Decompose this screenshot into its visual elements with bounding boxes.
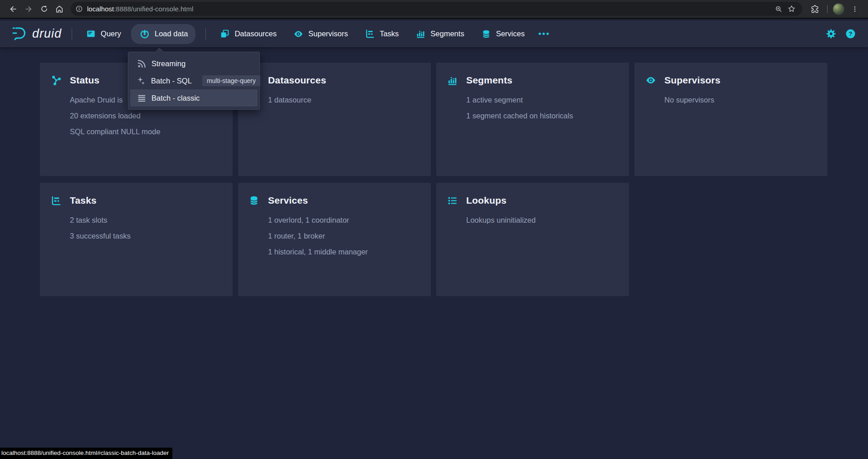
tasks-gantt-icon	[51, 195, 62, 206]
browser-menu-icon[interactable]	[847, 1, 863, 17]
reload-icon[interactable]	[36, 1, 52, 17]
druid-header: druid Query Load data Datasources Superv…	[0, 20, 868, 47]
card-line: 1 router, 1 broker	[268, 228, 420, 244]
load-data-menu: Streaming Batch - SQL multi-stage-query …	[128, 52, 260, 110]
card-line: 2 task slots	[70, 212, 222, 228]
nav-divider	[72, 28, 72, 40]
help-icon[interactable]: ?	[844, 28, 856, 40]
card-title: Status	[70, 75, 99, 86]
lookups-properties-icon	[447, 195, 458, 206]
druid-logo[interactable]: druid	[12, 25, 62, 43]
link-preview-statusbar: localhost:8888/unified-console.html#clas…	[0, 448, 172, 459]
nav-divider	[205, 28, 206, 40]
tab-datasources[interactable]: Datasources	[213, 24, 283, 44]
address-bar[interactable]: localhost:8888/unified-console.html	[71, 2, 802, 16]
link-preview-text: localhost:8888/unified-console.html#clas…	[1, 449, 169, 456]
tab-segments[interactable]: Segments	[409, 24, 470, 44]
tasks-gantt-icon	[364, 28, 375, 40]
tasks-card[interactable]: Tasks 2 task slots 3 successful tasks	[40, 183, 233, 296]
bookmark-star-icon[interactable]	[785, 3, 798, 15]
card-line: 20 extensions loaded	[70, 108, 222, 124]
tab-tasks-label: Tasks	[380, 29, 399, 38]
menu-item-label: Streaming	[151, 59, 185, 68]
lookups-card[interactable]: Lookups Lookups uninitialized	[436, 183, 629, 296]
datasources-card[interactable]: Datasources 1 datasource	[238, 63, 431, 176]
segments-card[interactable]: Segments 1 active segment 1 segment cach…	[436, 63, 629, 176]
menu-item-batch-classic[interactable]: Batch - classic	[130, 89, 258, 107]
svg-text:?: ?	[848, 30, 852, 37]
menu-item-batch-sql[interactable]: Batch - SQL multi-stage-query	[130, 72, 258, 89]
supervisors-card[interactable]: Supervisors No supervisors	[634, 63, 827, 176]
card-title: Segments	[466, 75, 512, 86]
menu-item-label: Batch - classic	[151, 94, 200, 103]
services-card[interactable]: Services 1 overlord, 1 coordinator 1 rou…	[238, 183, 431, 296]
tab-services-label: Services	[496, 29, 525, 38]
site-info-icon[interactable]	[73, 4, 84, 15]
card-title: Supervisors	[664, 75, 721, 86]
menu-item-label: Batch - SQL	[151, 77, 192, 85]
menu-item-streaming[interactable]: Streaming	[130, 55, 258, 72]
card-line: 1 overlord, 1 coordinator	[268, 212, 420, 228]
druid-logo-icon	[12, 25, 28, 43]
services-database-icon	[249, 195, 260, 206]
tab-load-data-label: Load data	[155, 29, 188, 38]
card-title: Datasources	[268, 75, 326, 86]
card-title: Lookups	[466, 195, 507, 206]
browser-toolbar: localhost:8888/unified-console.html	[0, 0, 868, 19]
toolbar-divider	[827, 5, 828, 13]
extensions-icon[interactable]	[807, 1, 822, 17]
card-line: Lookups uninitialized	[466, 212, 618, 228]
tab-datasources-label: Datasources	[234, 29, 277, 38]
forward-icon[interactable]	[21, 1, 36, 17]
card-line: No supervisors	[664, 92, 816, 108]
profile-avatar[interactable]	[833, 3, 844, 15]
services-database-icon	[480, 28, 492, 40]
tab-query-label: Query	[101, 29, 121, 38]
tab-services[interactable]: Services	[474, 24, 531, 44]
card-title: Services	[268, 195, 308, 206]
load-data-icon	[139, 28, 151, 40]
sparkles-icon	[137, 76, 146, 86]
card-line: 1 segment cached on historicals	[466, 108, 618, 124]
tab-tasks[interactable]: Tasks	[358, 24, 405, 44]
streaming-feed-icon	[137, 59, 146, 68]
tab-segments-label: Segments	[430, 29, 464, 38]
supervisors-eye-icon	[645, 75, 656, 86]
tab-supervisors[interactable]: Supervisors	[287, 24, 354, 44]
segments-chart-icon	[414, 28, 426, 40]
card-line: SQL compliant NULL mode	[70, 124, 222, 140]
more-tabs-button[interactable]: •••	[535, 25, 554, 43]
druid-wordmark: druid	[32, 27, 62, 41]
tab-supervisors-label: Supervisors	[308, 29, 348, 38]
card-line: 1 datasource	[268, 92, 420, 108]
datasources-icon	[219, 28, 230, 40]
segments-chart-icon	[447, 75, 458, 86]
supervisors-eye-icon	[293, 28, 304, 40]
home-icon[interactable]	[52, 1, 67, 17]
card-line: 1 active segment	[466, 92, 618, 108]
more-dots-icon: •••	[538, 29, 550, 39]
url-path: :8888/unified-console.html	[114, 5, 193, 13]
back-icon[interactable]	[5, 1, 21, 17]
zoom-icon[interactable]	[772, 3, 785, 15]
settings-gear-icon[interactable]	[825, 28, 837, 40]
query-icon	[85, 28, 97, 40]
url-host: localhost	[87, 5, 114, 13]
card-line: 1 historical, 1 middle manager	[268, 244, 420, 260]
card-title: Tasks	[70, 195, 97, 206]
tab-load-data[interactable]: Load data	[131, 24, 195, 44]
card-line: 3 successful tasks	[70, 228, 222, 244]
tab-query[interactable]: Query	[79, 24, 127, 44]
multi-stage-query-tag: multi-stage-query	[202, 75, 260, 86]
menu-lines-icon	[137, 93, 146, 103]
status-graph-icon	[51, 75, 62, 86]
